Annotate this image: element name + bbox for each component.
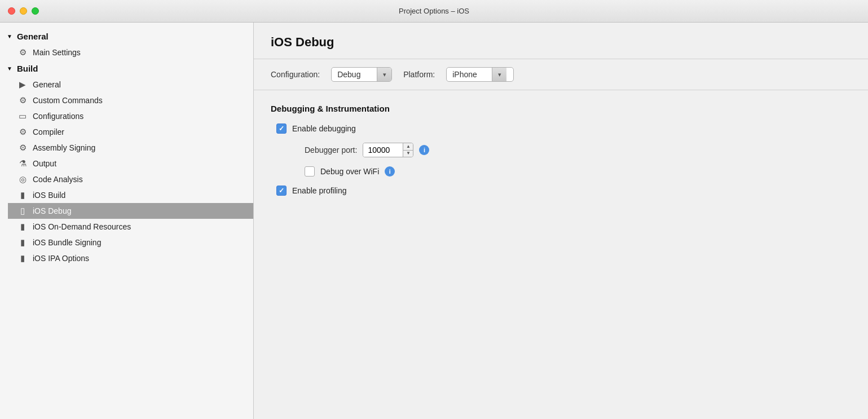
- configuration-dropdown-arrow[interactable]: ▾: [377, 67, 391, 82]
- debugger-port-row: Debugger port: ▲ ▼ i: [271, 143, 851, 157]
- compiler-icon: ⚙: [17, 127, 28, 137]
- rect-icon: ▭: [17, 111, 28, 121]
- sidebar-item-ios-debug[interactable]: ▯ iOS Debug: [8, 203, 253, 219]
- debug-wifi-info-icon[interactable]: i: [385, 166, 395, 177]
- sidebar-item-assembly-signing-label: Assembly Signing: [33, 143, 95, 152]
- phone-icon-bundle: ▮: [17, 237, 28, 248]
- minimize-button[interactable]: [20, 7, 27, 15]
- titlebar: Project Options – iOS: [0, 0, 868, 23]
- configuration-select[interactable]: Debug ▾: [331, 67, 392, 82]
- debugger-port-group: Debugger port: ▲ ▼ i: [305, 143, 429, 157]
- maximize-button[interactable]: [32, 7, 39, 15]
- wifi-info-label: i: [389, 168, 391, 175]
- sidebar-item-main-settings[interactable]: ⚙ Main Settings: [8, 45, 253, 60]
- sidebar-item-output-label: Output: [33, 159, 56, 168]
- debugger-port-decrement[interactable]: ▼: [403, 151, 413, 157]
- debugger-port-spinner-buttons: ▲ ▼: [403, 143, 413, 157]
- configuration-label: Configuration:: [271, 70, 320, 79]
- assembly-icon: ⚙: [17, 143, 28, 153]
- sidebar-item-ios-debug-label: iOS Debug: [33, 206, 71, 215]
- sidebar-item-configurations[interactable]: ▭ Configurations: [8, 108, 253, 124]
- enable-debugging-checkbox-container: Enable debugging: [276, 124, 356, 134]
- sidebar-item-ios-ipa-options[interactable]: ▮ iOS IPA Options: [8, 250, 253, 266]
- enable-debugging-checkbox[interactable]: [276, 124, 287, 134]
- sidebar-item-ios-on-demand[interactable]: ▮ iOS On-Demand Resources: [8, 219, 253, 235]
- debug-wifi-checkbox[interactable]: [305, 166, 315, 177]
- chevron-down-icon: ▼: [7, 33, 12, 39]
- sidebar-item-ios-bundle-signing[interactable]: ▮ iOS Bundle Signing: [8, 235, 253, 250]
- sidebar-general-children: ⚙ Main Settings: [0, 45, 253, 60]
- enable-debugging-row: Enable debugging: [271, 124, 851, 134]
- main-layout: ▼ General ⚙ Main Settings ▼ Build ▶ Gene…: [0, 23, 868, 419]
- debug-wifi-checkbox-container: Debug over WiFi i: [305, 166, 395, 177]
- enable-profiling-checkbox-container: Enable profiling: [276, 186, 347, 196]
- flask-icon: ⚗: [17, 158, 28, 169]
- debugger-port-input-wrap: ▲ ▼: [363, 143, 413, 157]
- platform-value: iPhone: [447, 70, 492, 79]
- phone-icon-ipa: ▮: [17, 253, 28, 263]
- sidebar-item-code-analysis[interactable]: ◎ Code Analysis: [8, 171, 253, 187]
- gear-icon-custom: ⚙: [17, 95, 28, 105]
- platform-dropdown-arrow[interactable]: ▾: [492, 67, 506, 82]
- sidebar-item-output[interactable]: ⚗ Output: [8, 156, 253, 171]
- close-button[interactable]: [8, 7, 15, 15]
- enable-profiling-label: Enable profiling: [292, 186, 347, 195]
- sidebar-section-build[interactable]: ▼ Build: [0, 60, 253, 77]
- sidebar-item-main-settings-label: Main Settings: [33, 48, 81, 57]
- sidebar-item-custom-commands[interactable]: ⚙ Custom Commands: [8, 92, 253, 108]
- sidebar-item-ios-build-label: iOS Build: [33, 191, 65, 200]
- platform-select[interactable]: iPhone ▾: [446, 67, 514, 82]
- chevron-down-icon-build: ▼: [7, 65, 12, 72]
- enable-debugging-label: Enable debugging: [292, 124, 356, 133]
- content-title: iOS Debug: [271, 35, 334, 49]
- phone-icon-debug: ▯: [17, 206, 28, 216]
- dropdown-chevron-icon: ▾: [383, 71, 386, 78]
- sidebar-item-general[interactable]: ▶ General: [8, 77, 253, 92]
- sidebar-section-general[interactable]: ▼ General: [0, 28, 253, 45]
- sidebar: ▼ General ⚙ Main Settings ▼ Build ▶ Gene…: [0, 23, 254, 419]
- window-title: Project Options – iOS: [399, 7, 469, 15]
- sidebar-item-compiler[interactable]: ⚙ Compiler: [8, 124, 253, 140]
- debugger-port-input[interactable]: [363, 143, 403, 157]
- content-toolbar: Configuration: Debug ▾ Platform: iPhone …: [254, 59, 868, 90]
- sidebar-item-code-analysis-label: Code Analysis: [33, 175, 83, 184]
- debug-wifi-label: Debug over WiFi: [320, 167, 379, 176]
- play-icon: ▶: [17, 80, 28, 90]
- debugging-section-heading: Debugging & Instrumentation: [271, 104, 851, 113]
- sidebar-item-ios-build[interactable]: ▮ iOS Build: [8, 187, 253, 203]
- traffic-lights: [8, 7, 39, 15]
- sidebar-item-ios-bundle-signing-label: iOS Bundle Signing: [33, 238, 101, 247]
- debugger-port-label: Debugger port:: [305, 145, 357, 155]
- platform-chevron-icon: ▾: [498, 71, 501, 78]
- phone-icon-build: ▮: [17, 190, 28, 200]
- sidebar-item-custom-commands-label: Custom Commands: [33, 96, 103, 105]
- sidebar-section-general-label: General: [17, 32, 49, 41]
- enable-profiling-row: Enable profiling: [271, 186, 851, 196]
- sidebar-section-build-label: Build: [17, 64, 38, 73]
- content-area: iOS Debug Configuration: Debug ▾ Platfor…: [254, 23, 868, 419]
- content-body: Debugging & Instrumentation Enable debug…: [254, 90, 868, 419]
- sidebar-item-configurations-label: Configurations: [33, 112, 83, 121]
- platform-label: Platform:: [403, 70, 435, 79]
- debugger-port-info-icon[interactable]: i: [419, 145, 429, 155]
- sidebar-item-general-label: General: [33, 80, 61, 89]
- circle-dot-icon: ◎: [17, 174, 28, 184]
- enable-profiling-checkbox[interactable]: [276, 186, 287, 196]
- sidebar-item-ios-on-demand-label: iOS On-Demand Resources: [33, 222, 131, 231]
- sidebar-item-assembly-signing[interactable]: ⚙ Assembly Signing: [8, 140, 253, 156]
- configuration-value: Debug: [332, 70, 377, 79]
- phone-icon-on-demand: ▮: [17, 222, 28, 232]
- info-label: i: [424, 147, 425, 153]
- debugger-port-increment[interactable]: ▲: [403, 143, 413, 151]
- debug-wifi-row: Debug over WiFi i: [271, 166, 851, 177]
- content-header: iOS Debug: [254, 23, 868, 59]
- gear-icon: ⚙: [17, 47, 28, 58]
- sidebar-build-children: ▶ General ⚙ Custom Commands ▭ Configurat…: [0, 77, 253, 266]
- sidebar-item-compiler-label: Compiler: [33, 127, 64, 136]
- sidebar-item-ios-ipa-options-label: iOS IPA Options: [33, 254, 89, 263]
